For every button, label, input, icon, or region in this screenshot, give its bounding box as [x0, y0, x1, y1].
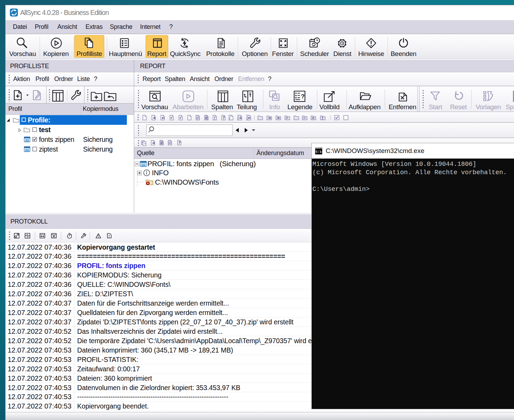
svg-text:?: ? [301, 93, 304, 100]
svg-text:?: ? [222, 116, 225, 120]
svg-text:C:\: C:\ [316, 150, 321, 154]
svg-text:?: ? [178, 141, 181, 145]
